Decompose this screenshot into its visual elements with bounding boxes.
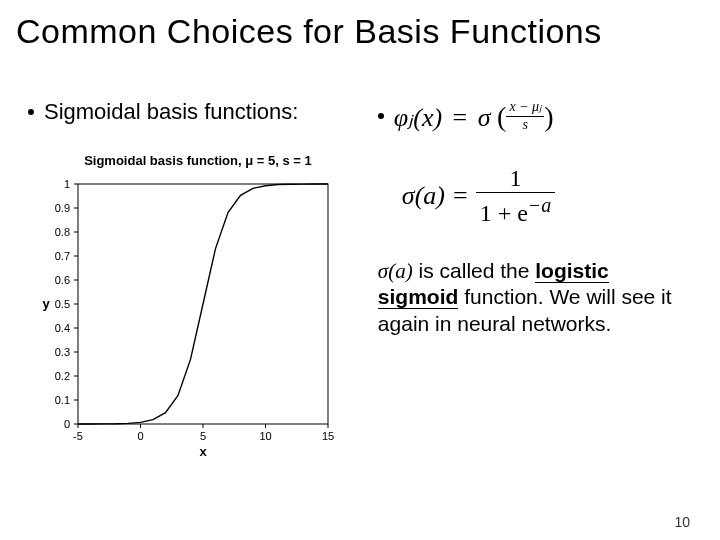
svg-text:0.9: 0.9 xyxy=(55,202,70,214)
svg-text:0.2: 0.2 xyxy=(55,370,70,382)
f1-den: s xyxy=(520,117,531,134)
svg-text:0.3: 0.3 xyxy=(55,346,70,358)
f2-eq: = xyxy=(453,180,468,211)
svg-text:0.8: 0.8 xyxy=(55,226,70,238)
f2-num: 1 xyxy=(506,164,526,193)
sigmoid-note: σ(a) is called the logistic sigmoid func… xyxy=(378,258,692,337)
f2-den-prefix: 1 + e xyxy=(480,200,528,226)
svg-text:0.6: 0.6 xyxy=(55,274,70,286)
page-title: Common Choices for Basis Functions xyxy=(0,0,720,59)
chart-title: Sigmoidal basis function, μ = 5, s = 1 xyxy=(38,153,358,168)
svg-text:-5: -5 xyxy=(73,430,83,442)
right-column: φⱼ(x) = σ ( x − μⱼ s ) σ(a) = 1 xyxy=(378,99,692,459)
y-axis-label: y xyxy=(42,296,50,311)
note-t2: is called the xyxy=(413,259,536,282)
bullet-item: Sigmoidal basis functions: xyxy=(28,99,358,125)
x-axis-ticks: -5 0 5 10 15 xyxy=(73,424,334,442)
sigmoid-curve xyxy=(78,184,328,424)
x-axis-label: x xyxy=(199,444,207,459)
formula-phi: φⱼ(x) = σ ( x − μⱼ s ) xyxy=(378,99,692,134)
svg-text:10: 10 xyxy=(259,430,271,442)
f2-lhs: σ(a) xyxy=(402,180,445,211)
svg-text:0: 0 xyxy=(137,430,143,442)
f1-num: x − μⱼ xyxy=(506,99,544,116)
svg-text:0.1: 0.1 xyxy=(55,394,70,406)
bullet-text: Sigmoidal basis functions: xyxy=(44,99,298,125)
f1-sigma: σ xyxy=(478,103,491,132)
f2-den-exp: −a xyxy=(528,194,552,216)
sigmoid-chart: 0 0.1 0.2 0.3 0.4 0.5 0.6 0.7 0.8 0.9 1 xyxy=(38,174,338,459)
svg-text:0: 0 xyxy=(64,418,70,430)
chart-svg: 0 0.1 0.2 0.3 0.4 0.5 0.6 0.7 0.8 0.9 1 xyxy=(38,174,338,459)
svg-text:0.7: 0.7 xyxy=(55,250,70,262)
f1-lhs: φⱼ(x) xyxy=(394,103,442,132)
y-axis-ticks: 0 0.1 0.2 0.3 0.4 0.5 0.6 0.7 0.8 0.9 1 xyxy=(55,178,78,430)
svg-text:5: 5 xyxy=(200,430,206,442)
svg-text:1: 1 xyxy=(64,178,70,190)
content-area: Sigmoidal basis functions: Sigmoidal bas… xyxy=(0,59,720,459)
svg-text:0.4: 0.4 xyxy=(55,322,70,334)
svg-text:0.5: 0.5 xyxy=(55,298,70,310)
formula-sigma: σ(a) = 1 1 + e−a xyxy=(378,164,692,229)
svg-text:15: 15 xyxy=(322,430,334,442)
f1-eq: = xyxy=(449,103,472,132)
left-column: Sigmoidal basis functions: Sigmoidal bas… xyxy=(28,99,358,459)
chart-container: Sigmoidal basis function, μ = 5, s = 1 0… xyxy=(28,153,358,459)
bullet-dot-icon xyxy=(28,109,34,115)
note-math: σ(a) xyxy=(378,259,413,283)
bullet-dot-icon xyxy=(378,113,384,119)
page-number: 10 xyxy=(674,514,690,530)
